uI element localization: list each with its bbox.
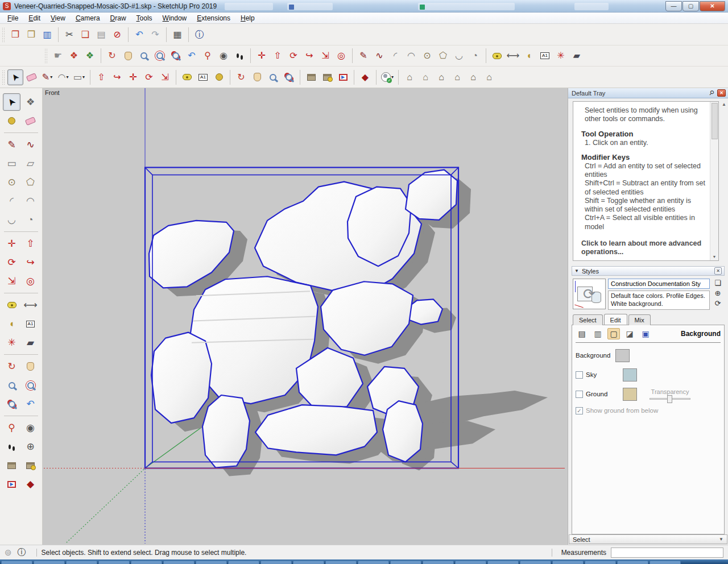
secondary-pane-toggle-icon[interactable]: ❏ xyxy=(714,279,721,287)
collapse-triangle-icon[interactable]: ▼ xyxy=(574,268,579,273)
model-info-icon[interactable]: ⓘ xyxy=(192,27,208,43)
styles-close-icon[interactable]: ✕ xyxy=(714,267,722,275)
paint-bucket-icon[interactable] xyxy=(211,69,227,85)
taskbar-button[interactable] xyxy=(293,561,324,564)
make-component-icon[interactable]: ❖ xyxy=(22,93,39,111)
print-icon[interactable]: ▦ xyxy=(169,27,185,43)
taskbar-button[interactable] xyxy=(585,561,616,564)
walk-icon[interactable] xyxy=(231,48,247,64)
position-camera-icon[interactable]: ⚲ xyxy=(200,48,216,64)
arc-icon[interactable]: ◜ xyxy=(3,192,20,210)
view-front-icon[interactable]: ⌂ xyxy=(433,69,449,85)
zoom-previous-icon[interactable]: ↶ xyxy=(22,395,39,413)
slider-thumb[interactable] xyxy=(667,395,672,403)
taskbar-button[interactable] xyxy=(228,561,259,564)
transparency-slider[interactable] xyxy=(650,398,690,400)
look-around-icon[interactable]: ◉ xyxy=(22,419,39,437)
line-icon[interactable]: ✎ xyxy=(355,48,371,64)
pie-icon[interactable]: ◔ xyxy=(22,211,39,229)
three-point-arc-icon[interactable]: ◡ xyxy=(451,48,467,64)
toolbar-grip[interactable] xyxy=(2,27,5,42)
curve-select-icon[interactable]: ☛ xyxy=(50,48,66,64)
scrollbar-thumb[interactable] xyxy=(712,103,718,139)
taskbar-button[interactable] xyxy=(390,561,421,564)
style-name-field[interactable]: Construction Documentation Sty xyxy=(608,279,710,289)
protractor-icon[interactable]: ◖ xyxy=(3,315,20,333)
menu-file[interactable]: File xyxy=(2,13,23,23)
menu-edit[interactable]: Edit xyxy=(23,13,46,23)
scale-icon[interactable]: ⇲ xyxy=(317,48,333,64)
toolbar-grip[interactable] xyxy=(44,48,47,63)
compass-icon[interactable]: ⊕ xyxy=(22,438,39,455)
share-model-icon[interactable] xyxy=(319,69,335,85)
menu-view[interactable]: View xyxy=(46,13,71,23)
menu-draw[interactable]: Draw xyxy=(105,13,131,23)
shapes-icon[interactable]: ▭▾ xyxy=(71,69,87,85)
taskbar-button[interactable] xyxy=(34,561,65,564)
dimension-icon[interactable]: ⟷ xyxy=(505,48,521,64)
move-icon[interactable]: ✛ xyxy=(3,235,20,252)
axes-icon[interactable]: ✳ xyxy=(3,334,20,351)
rotate-icon[interactable]: ⟳ xyxy=(286,48,301,64)
offset-icon[interactable]: ◎ xyxy=(333,48,349,64)
paint-bucket-icon[interactable] xyxy=(3,112,20,130)
select-panel-bar[interactable]: Select ▼ xyxy=(569,534,727,544)
rotate-icon[interactable]: ⟳ xyxy=(3,254,20,271)
redo-icon[interactable]: ↷ xyxy=(147,27,163,43)
update-style-icon[interactable]: ⟳ xyxy=(715,300,721,307)
taskbar-button[interactable] xyxy=(325,561,357,564)
stone-13[interactable] xyxy=(383,401,423,462)
zoom-previous-icon[interactable]: ↶ xyxy=(184,48,200,64)
replace-component-icon[interactable]: ❖ xyxy=(66,48,82,64)
new-file-icon[interactable]: ❐ xyxy=(7,27,23,43)
minimize-button[interactable]: — xyxy=(665,1,682,11)
swap-component-icon[interactable]: ❖ xyxy=(82,48,98,64)
measurements-input[interactable] xyxy=(611,548,723,558)
orbit-icon[interactable]: ↻ xyxy=(104,48,120,64)
push-pull-icon[interactable]: ⇧ xyxy=(22,235,39,252)
dimension-icon[interactable]: ⟷ xyxy=(22,296,39,314)
select-icon[interactable]: ➤ xyxy=(3,93,20,111)
3d-warehouse-icon[interactable] xyxy=(303,69,319,85)
walk-icon[interactable] xyxy=(3,438,20,455)
open-file-icon[interactable]: ❒ xyxy=(23,27,39,43)
dropdown-arrow-icon[interactable]: ▾ xyxy=(391,75,394,80)
view-right-icon[interactable]: ⌂ xyxy=(449,69,465,85)
taskbar-button[interactable] xyxy=(455,561,486,564)
sky-color-swatch[interactable] xyxy=(623,368,637,381)
view-left-icon[interactable]: ⌂ xyxy=(481,69,497,85)
ground-color-swatch[interactable] xyxy=(623,388,637,401)
rectangle-icon[interactable]: ▭ xyxy=(3,155,20,172)
push-pull-icon[interactable]: ⇧ xyxy=(93,69,109,85)
move-icon[interactable]: ✛ xyxy=(254,48,270,64)
expand-triangle-icon[interactable]: ▼ xyxy=(719,537,723,542)
maximize-button[interactable]: ▢ xyxy=(682,1,699,11)
save-file-icon[interactable]: ▥ xyxy=(39,27,55,43)
taskbar-button[interactable] xyxy=(650,561,681,564)
menu-camera[interactable]: Camera xyxy=(71,13,105,23)
text[interactable]: A1 xyxy=(22,315,39,333)
tape-measure-icon[interactable] xyxy=(3,296,20,314)
zoom-icon[interactable] xyxy=(3,376,20,394)
eraser-icon[interactable] xyxy=(23,69,39,85)
zoom-extents-icon[interactable] xyxy=(281,69,297,85)
zoom-extents-icon[interactable] xyxy=(168,48,184,64)
taskbar-button[interactable] xyxy=(617,561,648,564)
taskbar-button[interactable] xyxy=(131,561,162,564)
instructor-scrollbar[interactable]: ▼ xyxy=(710,102,718,260)
send-to-layout-icon[interactable]: ▶ xyxy=(3,475,20,493)
undo-icon[interactable]: ↶ xyxy=(131,27,147,43)
account-avatar-icon[interactable]: ▾ xyxy=(379,69,395,85)
style-description-field[interactable]: Default face colors. Profile Edges. Whit… xyxy=(608,291,710,310)
taskbar-button[interactable] xyxy=(66,561,97,564)
axes-icon[interactable]: ✳ xyxy=(553,48,569,64)
extension-warehouse-icon[interactable]: ◆ xyxy=(22,475,39,493)
select-icon[interactable]: ➤ xyxy=(7,69,23,85)
stone-11[interactable] xyxy=(202,395,250,467)
copy-icon[interactable]: ❑ xyxy=(77,27,93,43)
scroll-down-icon[interactable]: ▼ xyxy=(713,255,717,260)
two-point-arc-icon[interactable]: ◠ xyxy=(403,48,419,64)
3d-warehouse-icon[interactable] xyxy=(3,457,20,474)
dropdown-arrow-icon[interactable]: ▾ xyxy=(66,75,68,80)
edge-settings-icon[interactable]: ▤ xyxy=(576,328,588,339)
